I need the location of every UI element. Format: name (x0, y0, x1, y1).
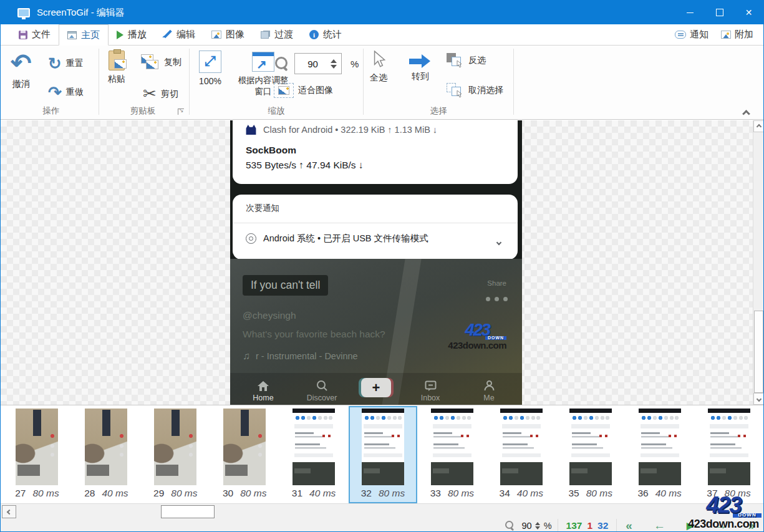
frame-item-34[interactable]: 3440 ms (486, 406, 556, 503)
redo-icon (48, 84, 62, 100)
select-all-button[interactable]: 全选 (370, 51, 387, 84)
zoom-100-icon: ⤢ (199, 51, 221, 73)
extras-icon (721, 31, 731, 39)
filmstrip-horizontal-scrollbar[interactable] (1, 503, 763, 520)
share-label: Share (487, 279, 506, 287)
tab-playback[interactable]: 播放 (109, 24, 155, 45)
tab-home[interactable]: 主页 (59, 24, 109, 46)
undo-icon (11, 51, 32, 75)
paste-button[interactable]: 粘贴 (108, 51, 125, 85)
horizontal-scrollbar-thumb[interactable] (161, 505, 215, 518)
frame-thumbnail[interactable] (362, 409, 404, 485)
redo-label: 重做 (66, 87, 84, 98)
redo-button[interactable]: 重做 (48, 84, 84, 100)
frame-thumbnail[interactable] (16, 409, 58, 485)
invert-selection-button[interactable]: 反选 (447, 53, 486, 68)
first-frame-button[interactable]: « (626, 520, 632, 531)
frame-item-29[interactable]: 2980 ms (141, 406, 210, 503)
maximize-button[interactable] (705, 1, 734, 24)
frame-thumbnail[interactable] (500, 409, 543, 485)
frame-number: 34 (500, 488, 510, 499)
scroll-down-button[interactable] (753, 393, 763, 405)
reset-icon (48, 56, 62, 72)
minimize-button[interactable] (675, 1, 705, 24)
frame-counter: 137 1 32 (558, 519, 617, 532)
frame-filmstrip: 2780 ms 2840 ms 2980 ms 3080 ms 3140 ms … (1, 406, 763, 503)
frame-item-28[interactable]: 2840 ms (72, 406, 141, 503)
chevron-up-icon (742, 110, 750, 118)
zoom-level-control: 90 % (274, 53, 359, 74)
zoom-value[interactable]: 90 (295, 59, 331, 69)
frame-item-27[interactable]: 2780 ms (2, 406, 72, 503)
me-person-icon (483, 380, 495, 392)
zoom-spinner[interactable]: 90 (294, 53, 342, 74)
preview-canvas[interactable]: Clash for Android • 322.19 KiB ↑ 1.13 Mi… (1, 120, 763, 405)
scroll-left-button[interactable] (2, 505, 16, 518)
expand-chevron-icon[interactable] (497, 236, 501, 247)
status-bar: 90 % 137 1 32 « ← ▶ → » (1, 519, 763, 532)
tab-edit-label: 编辑 (176, 29, 195, 41)
zoom-decrease-icon[interactable] (535, 526, 540, 530)
frame-number: 33 (430, 488, 441, 499)
frame-thumbnail[interactable] (708, 409, 750, 485)
tab-transitions[interactable]: 过渡 (253, 24, 301, 45)
frame-thumbnail[interactable] (431, 409, 473, 485)
tab-image[interactable]: 图像 (203, 24, 253, 45)
tab-file[interactable]: 文件 (11, 24, 59, 45)
zoom-increase-icon[interactable] (331, 59, 337, 63)
copy-button[interactable]: 复制 (141, 54, 181, 70)
titlebar: ScreenToGif - 编辑器 (1, 1, 763, 24)
goto-button[interactable]: 转到 (409, 54, 432, 82)
frame-thumbnail[interactable] (569, 409, 612, 485)
clash-app-icon (245, 125, 257, 135)
frame-item-35[interactable]: 3580 ms (556, 406, 625, 503)
extras-button[interactable]: 附加 (716, 29, 758, 41)
frame-item-32-selected[interactable]: 3280 ms (349, 406, 418, 503)
frame-thumbnail[interactable] (223, 409, 266, 485)
deselect-button[interactable]: 取消选择 (447, 83, 503, 98)
tab-statistics[interactable]: 统计 (301, 24, 350, 45)
frame-delay: 40 ms (102, 488, 128, 499)
notifications-label: 通知 (690, 29, 708, 41)
canvas-vertical-scrollbar[interactable] (753, 120, 763, 405)
statusbar-zoom-value[interactable]: 90 (522, 521, 532, 531)
undo-button[interactable]: 撤消 (11, 51, 32, 90)
fit-image-button[interactable]: 适合图像 (274, 83, 333, 98)
deselect-label: 取消选择 (468, 85, 503, 96)
zoom-percent-sign: % (351, 59, 359, 69)
zoom-decrease-icon[interactable] (331, 65, 337, 69)
goto-icon (409, 54, 432, 68)
vertical-scrollbar-thumb[interactable] (754, 311, 763, 393)
zoom-increase-icon[interactable] (535, 522, 540, 525)
chevron-down-icon (756, 396, 761, 401)
frame-item-31[interactable]: 3140 ms (279, 406, 349, 503)
frame-thumbnail[interactable] (154, 409, 196, 485)
frame-item-37[interactable]: 3780 ms (694, 406, 763, 503)
search-icon (505, 520, 515, 531)
zoom-100-label: 100% (199, 76, 221, 86)
frame-item-33[interactable]: 3380 ms (417, 406, 486, 503)
cut-button[interactable]: 剪切 (143, 84, 178, 104)
frame-thumbnail[interactable] (639, 409, 681, 485)
frame-thumbnail[interactable] (293, 409, 335, 485)
zoom-100-button[interactable]: ⤢ 100% (199, 51, 221, 86)
previous-frame-button[interactable]: ← (654, 520, 665, 531)
home-icon (257, 380, 269, 392)
frame-item-36[interactable]: 3640 ms (625, 406, 694, 503)
pencil-icon (163, 30, 172, 39)
divider (233, 223, 518, 223)
notifications-button[interactable]: 通知 (670, 29, 713, 41)
frame-item-30[interactable]: 3080 ms (210, 406, 279, 503)
ribbon: 撤消 重置 重做 操作 粘贴 复制 剪切 剪贴板 ⤢ 1 (1, 46, 763, 120)
scroll-up-button[interactable] (753, 120, 763, 132)
tab-edit[interactable]: 编辑 (155, 24, 203, 45)
clipboard-dialog-launcher-icon[interactable] (178, 109, 184, 115)
ribbon-collapse-button[interactable] (743, 108, 756, 118)
music-note-icon (243, 351, 250, 362)
close-button[interactable] (734, 1, 763, 24)
phone-tab-home: Home (244, 380, 283, 402)
frame-number: 28 (84, 488, 95, 499)
reset-button[interactable]: 重置 (48, 56, 84, 72)
frame-thumbnail[interactable] (85, 409, 127, 485)
tab-statistics-label: 统计 (323, 29, 342, 41)
